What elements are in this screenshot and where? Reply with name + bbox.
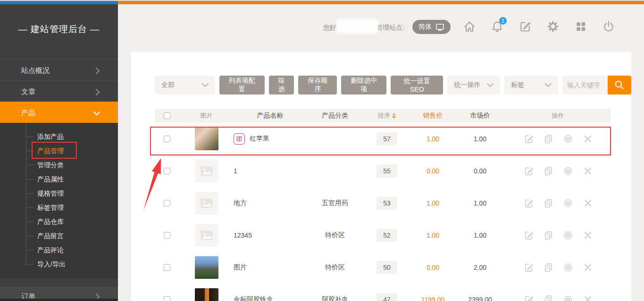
row-checkbox[interactable] [164, 168, 170, 174]
row-checkbox[interactable] [164, 136, 170, 142]
submenu-product-attributes[interactable]: 产品属性 [0, 172, 118, 186]
edit-icon[interactable] [523, 134, 534, 144]
chevron-right-icon [96, 68, 100, 74]
row-checkbox[interactable] [164, 232, 170, 239]
sale-price: 0.00 [410, 167, 455, 175]
product-table: 图片 产品名称 产品分类 排序 销售价 市场价 操作 团 红苹果 57 1. [155, 109, 611, 301]
bulk-operation-dropdown[interactable]: 统一操作 [447, 76, 500, 95]
list-config-button[interactable]: 列表项配置 [219, 76, 265, 95]
edit-icon[interactable] [523, 294, 534, 301]
delete-x-icon[interactable] [583, 262, 593, 273]
product-name[interactable]: 12345 [234, 232, 252, 239]
topbar-icons: 1 [463, 20, 615, 33]
preview-eye-icon[interactable] [563, 294, 573, 301]
seo-settings-button[interactable]: 统一设置SEO [391, 76, 443, 95]
edit-icon[interactable] [523, 230, 534, 241]
copy-icon[interactable] [543, 134, 553, 144]
product-name[interactable]: 1 [234, 167, 237, 175]
submenu-spec-management[interactable]: 规格管理 [0, 186, 118, 200]
sort-value[interactable]: 52 [376, 229, 397, 242]
sidebar-item-site-overview[interactable]: 站点概况 [0, 59, 118, 80]
preview-eye-icon[interactable] [563, 134, 573, 144]
notification-count-badge: 1 [499, 17, 507, 25]
sale-price: 0.00 [410, 264, 455, 271]
monitor-icon [435, 23, 444, 31]
placeholder-image-icon[interactable] [195, 160, 218, 182]
row-checkbox[interactable] [164, 200, 170, 206]
sidebar-item-label: 产品 [21, 109, 35, 117]
sidebar-item-label: 文章 [21, 87, 35, 95]
market-price: 2399.00 [455, 296, 505, 301]
chevron-right-icon [96, 89, 100, 95]
copy-icon[interactable] [543, 198, 553, 208]
submenu-add-product[interactable]: 添加产品 [0, 129, 118, 144]
market-price: 1.00 [455, 199, 505, 207]
home-icon[interactable] [463, 20, 476, 33]
sidebar-item-articles[interactable]: 文章 [0, 80, 118, 102]
placeholder-image-icon[interactable] [195, 192, 218, 215]
submenu-product-reviews[interactable]: 产品评论 [0, 243, 118, 257]
search-input[interactable] [562, 76, 608, 95]
preview-eye-icon[interactable] [563, 198, 573, 208]
sidebar-item-label: 站点概况 [21, 66, 50, 74]
preview-eye-icon[interactable] [563, 262, 573, 273]
delete-x-icon[interactable] [583, 294, 593, 301]
search-icon [614, 79, 625, 91]
sort-value[interactable]: 47 [376, 293, 397, 301]
delete-x-icon[interactable] [583, 134, 593, 144]
copy-icon[interactable] [543, 166, 553, 176]
filter-all-dropdown[interactable]: 全部 [155, 76, 215, 95]
save-order-button[interactable]: 保存顺序 [298, 76, 337, 95]
select-all-checkbox[interactable] [164, 112, 170, 119]
search-button[interactable] [608, 76, 631, 95]
sort-value[interactable]: 57 [376, 132, 397, 146]
row-checkbox[interactable] [164, 296, 170, 301]
delete-selected-button[interactable]: 删除选中项 [341, 76, 386, 95]
filter-button[interactable]: 筛选 [269, 76, 294, 95]
preview-eye-icon[interactable] [563, 230, 573, 241]
submenu-product-management[interactable]: 产品管理 [0, 144, 118, 158]
sidebar-top-strip [0, 1, 118, 4]
sort-value[interactable]: 55 [376, 164, 397, 178]
language-switch-button[interactable]: 简体 [412, 20, 451, 34]
submenu-product-warehouse[interactable]: 产品仓库 [0, 215, 118, 229]
preview-eye-icon[interactable] [563, 166, 573, 176]
delete-x-icon[interactable] [583, 230, 593, 241]
submenu-product-messages[interactable]: 产品留言 [0, 229, 118, 243]
row-checkbox[interactable] [164, 264, 170, 271]
tag-dropdown[interactable]: 标签 [504, 76, 558, 95]
delete-x-icon[interactable] [583, 198, 593, 208]
settings-gear-icon[interactable] [547, 20, 559, 33]
product-thumbnail[interactable] [195, 256, 218, 279]
submenu-manage-categories[interactable]: 管理分类 [0, 158, 118, 172]
submenu-tag-management[interactable]: 标签管理 [0, 200, 118, 215]
search-bar [562, 76, 631, 95]
copy-icon[interactable] [543, 294, 553, 301]
product-name[interactable]: 红苹果 [250, 135, 269, 143]
submenu-import-export[interactable]: 导入/导出 [0, 257, 118, 271]
product-thumbnail[interactable] [195, 128, 218, 150]
delete-x-icon[interactable] [583, 166, 593, 176]
edit-icon[interactable] [523, 262, 534, 273]
product-name[interactable]: 金标阿胶铁盒 [234, 295, 273, 301]
edit-icon[interactable] [523, 198, 534, 208]
toolbar: 全部 列表项配置 筛选 保存顺序 删除选中项 统一设置SEO 统一操作 标签 [155, 76, 631, 95]
edit-icon[interactable] [523, 166, 534, 176]
sort-value[interactable]: 53 [376, 197, 397, 210]
app-title: — 建站管理后台 — [0, 23, 118, 35]
copy-icon[interactable] [543, 262, 553, 273]
sort-value[interactable]: 50 [376, 261, 397, 274]
apps-grid-icon[interactable] [575, 20, 587, 33]
sidebar-item-products[interactable]: 产品 [0, 102, 118, 123]
product-name[interactable]: 图片 [234, 263, 247, 272]
sidebar: — 建站管理后台 — 站点概况 文章 产品 添加产品 产品管理 管理分类 产品属… [0, 4, 118, 301]
product-name[interactable]: 地方 [234, 199, 247, 207]
power-logout-icon[interactable] [602, 20, 615, 33]
col-header-sort[interactable]: 排序 [378, 112, 396, 120]
placeholder-image-icon[interactable] [195, 224, 218, 247]
table-row: 1 55 0.00 0.00 [155, 155, 611, 187]
notification-bell-icon[interactable]: 1 [491, 20, 503, 33]
copy-icon[interactable] [543, 230, 553, 241]
compose-edit-icon[interactable] [519, 20, 531, 33]
product-thumbnail[interactable] [195, 288, 218, 301]
